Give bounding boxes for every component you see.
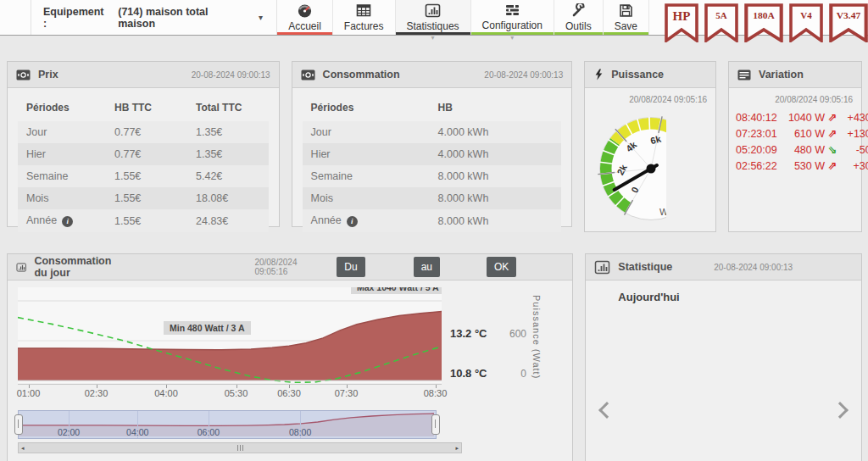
table-row: Semaine8.000 kWh: [303, 165, 562, 187]
panel-timestamp: 20/08/2024 09:05:16: [254, 258, 305, 276]
tab-configuration[interactable]: Configuration ▾: [471, 0, 554, 35]
table-row: Jour0.77€1.35€: [18, 121, 269, 143]
scrollbar[interactable]: ◂ ▸: [18, 442, 462, 453]
table-cell: Annéei: [303, 209, 430, 232]
info-icon[interactable]: i: [347, 216, 358, 227]
au-button[interactable]: au: [414, 257, 440, 277]
lightning-icon: [593, 68, 604, 81]
panel-timestamp: 20/08/2024 09:05:16: [729, 88, 861, 104]
table-cell: Jour: [18, 121, 106, 143]
info-icon[interactable]: i: [62, 216, 73, 227]
panel-header: Consommation du jour 20/08/2024 09:05:16…: [8, 254, 572, 280]
toolbar: Equipement : (714) maison total maison ▾…: [0, 0, 868, 36]
main-chart[interactable]: Max 1040 Watt / 5 A Min 480 Watt / 3 A: [18, 287, 442, 383]
range-handle-left[interactable]: [14, 414, 23, 435]
panel-timestamp: 20-08-2024 09:00:13: [192, 70, 270, 80]
svg-text:HP: HP: [673, 9, 691, 23]
money-icon: [301, 69, 315, 81]
floppy-save-icon: [619, 3, 633, 18]
du-button[interactable]: Du: [337, 257, 364, 277]
temp-high-label: 13.2 °C: [450, 327, 487, 340]
price-table: Périodes HB TTC Total TTC Jour0.77€1.35€…: [18, 93, 269, 232]
variation-delta: +30 W: [840, 160, 868, 172]
panel-header: Puissance: [585, 62, 715, 88]
statistique-carousel: Aujourd'hui: [586, 280, 861, 461]
wrench-icon: [570, 3, 586, 18]
panel-timestamp: 20-08-2024 09:00:13: [484, 70, 563, 80]
badge-v3-47: V3.47: [829, 3, 868, 42]
panel-header: Statistique 20-08-2024 09:00:13: [586, 254, 861, 280]
tab-statistiques[interactable]: Statistiques ▾: [396, 0, 471, 35]
right-axis: 13.2 °C 600 10.8 °C 0: [442, 287, 530, 384]
col-periodes: Périodes: [303, 93, 430, 121]
main-content: Prix 20-08-2024 09:00:13 Périodes HB TTC…: [0, 36, 868, 461]
table-cell: Mois: [18, 187, 106, 209]
table-cell: 0.77€: [106, 121, 187, 143]
table-header: Périodes HB TTC Total TTC: [18, 93, 269, 121]
mini-tick-label: 08:00: [289, 427, 311, 437]
x-tick-label: 02:30: [85, 388, 108, 398]
variation-power: 1040 W: [782, 112, 825, 124]
equipment-selector[interactable]: Equipement : (714) maison total maison ▾: [31, 0, 277, 35]
badge-5a: 5A: [704, 3, 738, 42]
list-icon: [737, 69, 751, 81]
svg-text:Watt: Watt: [659, 207, 666, 217]
variation-row: 02:56:22530 W⇗+30 WHP: [736, 158, 856, 174]
x-tick-label: 07:30: [335, 388, 359, 398]
svg-text:5A: 5A: [715, 10, 727, 20]
mini-tick-label: 04:00: [126, 427, 148, 437]
tab-label: Save: [615, 20, 637, 32]
table-row: Annéei1.55€24.83€: [18, 209, 269, 232]
table-cell: 4.000 kWh: [430, 121, 562, 143]
tab-outils[interactable]: Outils: [554, 0, 604, 35]
table-row: Annéei8.000 kWh: [303, 209, 562, 232]
equipment-value: (714) maison total maison: [118, 6, 243, 30]
table-header: Périodes HB: [303, 93, 562, 121]
dropdown-caret-icon: ▾: [259, 13, 263, 22]
variation-power: 480 W: [782, 144, 825, 156]
stat-period-label: Aujourd'hui: [618, 291, 679, 303]
tab-menu-caret-icon[interactable]: ▾: [431, 35, 435, 42]
money-icon: [16, 69, 31, 81]
table-row: Mois8.000 kWh: [303, 187, 562, 209]
trend-down-icon: ⇘: [825, 144, 840, 155]
table-cell: 18.08€: [187, 187, 269, 209]
bar-chart-icon: [594, 260, 610, 275]
table-row: Mois1.55€18.08€: [18, 187, 269, 209]
panel-title: Consommation du jour: [34, 255, 111, 279]
panel-title: Statistique: [618, 261, 672, 273]
table-cell: Jour: [303, 121, 430, 143]
consumption-table: Périodes HB Jour4.000 kWhHier4.000 kWhSe…: [303, 93, 562, 232]
equipment-label: Equipement :: [43, 6, 108, 30]
scroll-right-arrow-icon[interactable]: ▸: [455, 445, 459, 451]
variation-power: 610 W: [782, 128, 825, 140]
col-total-ttc: Total TTC: [187, 93, 269, 121]
scrollbar-grip[interactable]: [237, 445, 243, 451]
table-cell: Semaine: [18, 165, 106, 187]
range-selector[interactable]: 02:0004:0006:0008:00: [18, 410, 437, 439]
table-cell: Annéei: [18, 209, 106, 232]
variation-time: 07:23:01: [736, 128, 782, 140]
ok-button[interactable]: OK: [487, 257, 516, 277]
table-cell: Hier: [303, 143, 430, 165]
tab-factures[interactable]: Factures: [333, 0, 396, 35]
table-cell: 8.000 kWh: [430, 187, 562, 209]
watt-high-label: 600: [509, 328, 526, 340]
table-cell: 24.83€: [187, 210, 269, 232]
scroll-left-arrow-icon[interactable]: ◂: [21, 445, 25, 451]
col-hb-ttc: HB TTC: [106, 93, 187, 121]
col-hb: HB: [430, 93, 562, 121]
table-cell: 8.000 kWh: [430, 165, 562, 187]
prev-chevron-icon[interactable]: [598, 402, 615, 419]
tab-menu-caret-icon[interactable]: ▾: [510, 35, 514, 42]
table-cell: 1.35€: [187, 121, 269, 143]
table-cell: Hier: [18, 143, 106, 165]
x-tick-label: 05:30: [225, 388, 248, 398]
panel-title: Prix: [38, 69, 58, 81]
col-periodes: Périodes: [18, 93, 106, 121]
tab-save[interactable]: Save: [604, 0, 649, 35]
range-handle-right[interactable]: [431, 414, 440, 435]
next-chevron-icon[interactable]: [832, 402, 849, 419]
tab-accueil[interactable]: Accueil: [277, 0, 333, 35]
min-label: Min 480 Watt / 3 A: [164, 321, 251, 335]
